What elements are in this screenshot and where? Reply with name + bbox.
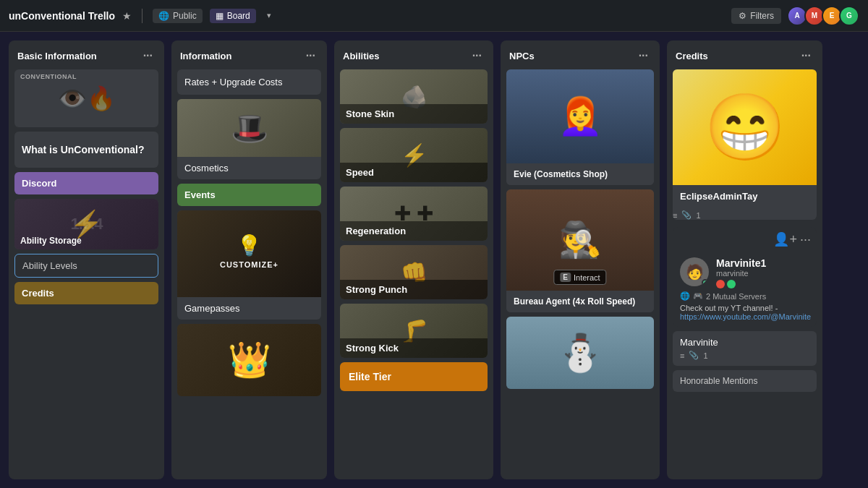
column-npcs-menu[interactable]: ···: [636, 48, 651, 64]
card-credits[interactable]: Credits: [14, 282, 158, 304]
visibility-badge[interactable]: 🌐 Public: [153, 9, 203, 23]
card-gamepasses-customize[interactable]: 💡 CUSTOMIZE+ Gamepasses: [177, 210, 321, 320]
ability-storage-label: Ability Storage: [20, 236, 82, 246]
online-dot: [702, 279, 709, 286]
gamepasses-title: Gamepasses: [184, 303, 314, 314]
interact-label: Interact: [574, 273, 600, 282]
column-npcs-header: NPCs ···: [501, 40, 660, 69]
column-abilities-title: Abilities: [343, 51, 380, 61]
board-icon: ▦: [216, 11, 224, 21]
card-gamepasses-crown[interactable]: 👑: [177, 324, 321, 396]
user-info: Marvinite1 marvinite: [716, 257, 766, 288]
honorable-label: Honorable Mentions: [680, 376, 757, 386]
filters-button[interactable]: ⚙ Filters: [731, 8, 781, 24]
column-credits: Credits ··· 😁 EclipseAdminTay ≡ 📎 1 👤+ ·…: [667, 40, 822, 479]
column-abilities-menu[interactable]: ···: [469, 48, 485, 64]
eclipse-name: EclipseAdminTay: [673, 185, 817, 207]
marvinite-card-name: Marvinite: [680, 337, 809, 348]
card-speed[interactable]: ⚡ Speed: [340, 128, 488, 182]
column-abilities: Abilities ··· 🪨 Stone Skin ⚡ Speed ✚: [334, 40, 493, 479]
column-information-menu[interactable]: ···: [303, 48, 318, 64]
star-icon[interactable]: ★: [122, 10, 132, 22]
column-information-content: Rates + Upgrade Costs 🎩 Cosmetics Events…: [171, 69, 327, 479]
board-chevron-icon[interactable]: ▾: [263, 9, 275, 22]
evie-label: Evie (Cosmetics Shop): [506, 163, 654, 185]
status-green: [727, 280, 736, 288]
add-friend-icon[interactable]: 👤+: [773, 231, 797, 247]
popup-body: 🧑 Marvinite1 marvinite: [673, 252, 817, 327]
status-red: [716, 280, 725, 288]
card-rates[interactable]: Rates + Upgrade Costs: [177, 69, 321, 95]
visibility-label: Public: [173, 11, 197, 21]
banner-emoji: 👁️🔥: [58, 85, 116, 112]
card-honorable-mentions[interactable]: Honorable Mentions: [673, 370, 817, 392]
card-elite-tier[interactable]: Elite Tier: [340, 362, 488, 391]
mutual-count: 2 Mutual Servers: [706, 292, 766, 301]
card-regeneration[interactable]: ✚ ✚ Regeneration: [340, 187, 488, 241]
card-marvinite[interactable]: Marvinite ≡ 📎 1: [673, 331, 817, 366]
card-strong-punch[interactable]: 👊 Strong Punch: [340, 245, 488, 299]
marvinite-attachment-count: 1: [703, 351, 707, 360]
card-evie[interactable]: 👩‍🦰 Evie (Cosmetics Shop): [506, 69, 654, 185]
clip-icon: 📎: [681, 210, 692, 220]
column-abilities-header: Abilities ···: [334, 40, 493, 69]
card-stone-skin[interactable]: 🪨 Stone Skin: [340, 69, 488, 124]
popup-menu-icon[interactable]: ···: [800, 232, 811, 247]
banner-text: CONVENTIONAL: [20, 73, 77, 80]
card-strong-kick[interactable]: 🦵 Strong Kick: [340, 304, 488, 358]
column-npcs-title: NPCs: [509, 51, 535, 61]
column-basic-info-content: CONVENTIONAL 👁️🔥 What is UnConventional?…: [9, 69, 164, 479]
marvinite1-name: Marvinite1: [716, 257, 766, 269]
card-conventional-banner[interactable]: CONVENTIONAL 👁️🔥: [14, 69, 158, 127]
board-view-label: Board: [227, 11, 250, 21]
card-marvinite1-popup: 👤+ ··· 🧑 Marvinite1 marvinite: [673, 227, 817, 327]
column-basic-info: Basic Information ··· CONVENTIONAL 👁️🔥 W…: [9, 40, 164, 479]
agent-label: Bureau Agent (4x Roll Speed): [506, 291, 654, 312]
popup-header: 👤+ ···: [673, 227, 817, 252]
card-discord[interactable]: Discord: [14, 172, 158, 194]
yt-link[interactable]: https://www.youtube.com/@Marvinite: [680, 312, 809, 321]
filter-icon: ⚙: [739, 11, 746, 21]
column-basic-info-header: Basic Information ···: [9, 40, 164, 69]
board-view-badge[interactable]: ▦ Board: [210, 9, 256, 23]
card-what-is[interactable]: What is UnConventional?: [14, 132, 158, 168]
card-ability-storage[interactable]: 1.6.4 ⚡ Ability Storage: [14, 199, 158, 249]
marvinite-clip-icon: 📎: [689, 351, 699, 360]
avatar-group: A M E G: [787, 6, 859, 26]
snowman-img: ⛄: [506, 317, 654, 389]
interact-badge: E Interact: [553, 270, 606, 285]
column-credits-menu[interactable]: ···: [799, 48, 814, 64]
marvinite-list-icon: ≡: [680, 351, 684, 360]
column-credits-header: Credits ···: [667, 40, 822, 69]
column-information: Information ··· Rates + Upgrade Costs 🎩 …: [171, 40, 327, 479]
regen-label: Regeneration: [340, 221, 488, 241]
stone-skin-label: Stone Skin: [340, 104, 488, 124]
column-npcs: NPCs ··· 👩‍🦰 Evie (Cosmetics Shop) 🕵️ E …: [501, 40, 660, 479]
column-information-title: Information: [180, 51, 232, 61]
lightning-emoji: ⚡: [70, 209, 103, 239]
eclipse-emoji-img: 😁: [673, 69, 817, 185]
evie-img: 👩‍🦰: [506, 69, 654, 163]
column-basic-info-menu[interactable]: ···: [140, 48, 156, 64]
board-area: Basic Information ··· CONVENTIONAL 👁️🔥 W…: [0, 32, 868, 488]
marvinite-avatar: 🧑: [680, 257, 709, 286]
yt-desc: Check out my YT channel! -: [680, 304, 809, 312]
card-eclipse-admin[interactable]: 😁 EclipseAdminTay ≡ 📎 1: [673, 69, 817, 220]
mutual-icon-2: 🎮: [693, 291, 703, 301]
card-ability-levels[interactable]: Ability Levels: [14, 254, 158, 278]
punch-label: Strong Punch: [340, 280, 488, 299]
column-basic-info-title: Basic Information: [17, 51, 97, 61]
card-cosmetics[interactable]: 🎩 Cosmetics: [177, 99, 321, 179]
avatar-4[interactable]: G: [839, 6, 859, 26]
topbar: unConventional Trello ★ 🌐 Public ▦ Board…: [0, 0, 868, 32]
card-events[interactable]: Events: [177, 184, 321, 206]
cosmetics-img: 🎩: [177, 99, 321, 157]
eclipse-list-icon: ≡: [673, 211, 677, 220]
column-information-header: Information ···: [171, 40, 327, 69]
card-snowman[interactable]: ⛄: [506, 317, 654, 389]
column-abilities-content: 🪨 Stone Skin ⚡ Speed ✚ ✚ Regeneration: [334, 69, 493, 479]
mutual-icon-1: 🌐: [680, 291, 690, 301]
agent-img: 🕵️ E Interact: [506, 189, 654, 291]
kick-label: Strong Kick: [340, 338, 488, 358]
card-bureau-agent[interactable]: 🕵️ E Interact Bureau Agent (4x Roll Spee…: [506, 189, 654, 312]
